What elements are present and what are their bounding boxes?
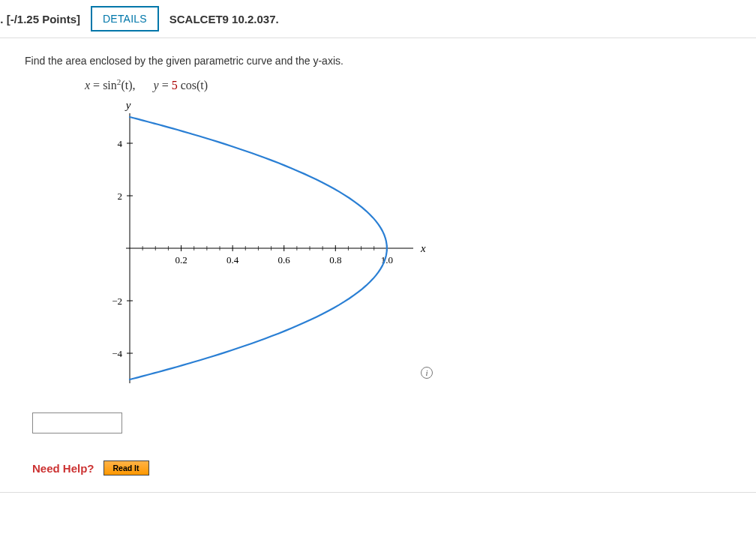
eq-y-lhs: y: [154, 79, 159, 92]
need-help-label: Need Help?: [32, 462, 94, 475]
help-row: Need Help? Read It: [32, 460, 756, 476]
question-number: 5. [-/1.25 Points]: [0, 13, 80, 26]
eq-x-arg: (t),: [121, 79, 135, 92]
svg-text:−4: −4: [112, 348, 122, 359]
parametric-equations: x = sin2(t), y = 5 cos(t): [85, 77, 756, 92]
eq-x-rhs-pre: = sin: [90, 79, 117, 92]
svg-text:x: x: [420, 242, 426, 254]
svg-text:0.2: 0.2: [175, 254, 187, 266]
svg-text:−2: −2: [112, 296, 122, 307]
svg-text:0.8: 0.8: [329, 254, 341, 266]
question-header: 5. [-/1.25 Points] DETAILS SCALCET9 10.2…: [0, 0, 756, 38]
eq-y-eq: =: [159, 79, 172, 92]
details-button[interactable]: DETAILS: [91, 6, 159, 32]
parametric-chart: xy0.20.40.60.81.0−4−224: [92, 98, 452, 398]
eq-y-coef: 5: [172, 79, 178, 92]
book-reference: SCALCET9 10.2.037.: [170, 13, 279, 26]
read-it-button[interactable]: Read It: [104, 460, 149, 476]
question-content: Find the area enclosed by the given para…: [0, 38, 756, 493]
svg-text:0.6: 0.6: [278, 254, 291, 266]
svg-text:y: y: [124, 99, 131, 111]
chart-container: xy0.20.40.60.81.0−4−224 i: [92, 98, 756, 400]
svg-text:2: 2: [118, 190, 123, 202]
svg-text:0.4: 0.4: [226, 254, 239, 266]
question-prompt: Find the area enclosed by the given para…: [25, 55, 756, 67]
answer-input[interactable]: [32, 412, 122, 434]
eq-y-rhs: cos(t): [178, 79, 208, 92]
svg-text:4: 4: [118, 138, 123, 149]
